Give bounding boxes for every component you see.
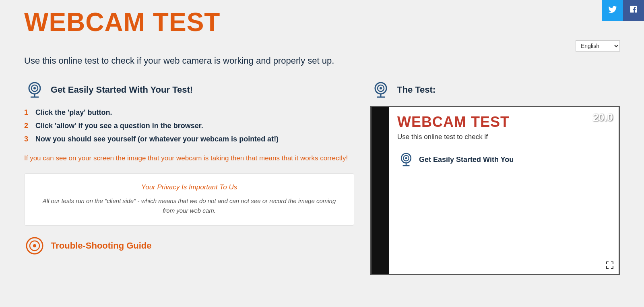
video-timer: 20.0 — [592, 111, 613, 124]
right-column: The Test: WEBCAM TEST Use this online te… — [370, 79, 620, 275]
twitter-button[interactable] — [602, 0, 623, 21]
success-message: If you can see on your screen the image … — [24, 153, 354, 164]
video-left-bar — [372, 107, 389, 274]
step-1-text: Click the 'play' button. — [35, 108, 112, 117]
test-webcam-icon — [370, 79, 391, 100]
content-columns: Get Easily Started With Your Test! 1 Cli… — [24, 79, 620, 275]
steps-list: 1 Click the 'play' button. 2 Click 'allo… — [24, 108, 354, 143]
fullscreen-button[interactable] — [604, 259, 615, 271]
trouble-section: Trouble-Shooting Guide — [24, 235, 354, 256]
step-2-num: 2 — [24, 122, 31, 130]
started-heading-text: Get Easily Started With Your Test! — [51, 85, 193, 95]
test-heading: The Test: — [370, 79, 620, 100]
svg-point-2 — [33, 87, 36, 89]
started-heading: Get Easily Started With Your Test! — [24, 79, 354, 100]
svg-point-15 — [405, 157, 407, 159]
step-1: 1 Click the 'play' button. — [24, 108, 354, 117]
step-2: 2 Click 'allow' if you see a question in… — [24, 122, 354, 130]
site-title: WEBCAM TEST — [24, 8, 620, 36]
facebook-button[interactable] — [623, 0, 644, 21]
trouble-title: Trouble-Shooting Guide — [51, 241, 152, 251]
language-select[interactable]: English Spanish French German Portuguese… — [576, 40, 620, 52]
step-2-text: Click 'allow' if you see a question in t… — [35, 122, 203, 130]
facebook-icon — [629, 5, 638, 16]
video-preview: WEBCAM TEST Use this online test to chec… — [370, 106, 620, 275]
twitter-icon — [608, 4, 617, 17]
left-column: Get Easily Started With Your Test! 1 Cli… — [24, 79, 354, 256]
step-3-text: Now you should see yourself (or whatever… — [35, 135, 279, 143]
main-content: WEBCAM TEST English Spanish French Germa… — [8, 0, 636, 283]
video-subtitle: Use this online test to check if — [397, 133, 620, 141]
test-heading-text: The Test: — [397, 85, 436, 95]
webcam-icon — [24, 79, 45, 100]
video-section: Get Easily Started With You — [397, 151, 620, 168]
svg-point-10 — [380, 87, 382, 89]
svg-point-7 — [33, 244, 36, 247]
privacy-title: Your Privacy Is Important To Us — [36, 183, 343, 191]
video-cam-icon — [397, 151, 415, 168]
trouble-shooting-icon — [24, 235, 45, 256]
step-3-num: 3 — [24, 135, 31, 143]
page-subtitle: Use this online test to check if your we… — [24, 55, 620, 67]
step-1-num: 1 — [24, 108, 31, 117]
social-bar — [602, 0, 644, 21]
video-inner: WEBCAM TEST Use this online test to chec… — [389, 107, 620, 274]
privacy-box: Your Privacy Is Important To Us All our … — [24, 173, 354, 226]
step-3: 3 Now you should see yourself (or whatev… — [24, 135, 354, 143]
video-section-text: Get Easily Started With You — [419, 156, 514, 164]
language-row: English Spanish French German Portuguese… — [24, 40, 620, 52]
video-title: WEBCAM TEST — [397, 114, 620, 131]
privacy-text: All our tests run on the "client side" -… — [36, 196, 343, 216]
